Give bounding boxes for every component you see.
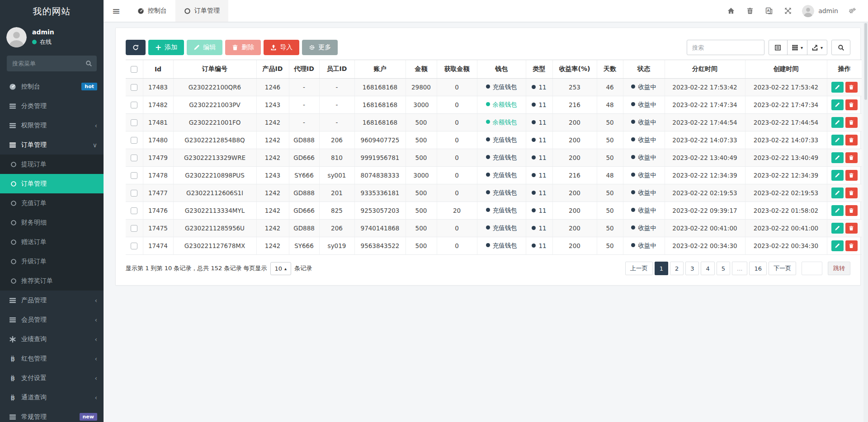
- row-delete-button[interactable]: [845, 223, 858, 234]
- sidebar-subitem-label: 提现订单: [21, 160, 47, 169]
- row-edit-button[interactable]: [831, 240, 844, 251]
- row-delete-button[interactable]: [845, 188, 858, 198]
- pencil-icon: [835, 137, 840, 143]
- row-checkbox[interactable]: [131, 119, 137, 126]
- row-edit-button[interactable]: [831, 152, 844, 163]
- amount-cell: 500: [406, 220, 437, 237]
- delete-button[interactable]: 删除: [225, 40, 261, 55]
- row-delete-button[interactable]: [845, 205, 858, 216]
- row-checkbox[interactable]: [131, 172, 137, 179]
- row-delete-button[interactable]: [845, 99, 858, 110]
- edit-button[interactable]: 编辑: [187, 40, 222, 55]
- row-edit-button[interactable]: [831, 188, 844, 198]
- sidebar-item-payment[interactable]: B支付设置‹: [0, 368, 104, 388]
- obtained-cell: 0: [437, 96, 477, 114]
- sidebar-item-redpacket[interactable]: B红包管理‹: [0, 349, 104, 368]
- row-checkbox[interactable]: [131, 190, 137, 197]
- sidebar-item-category[interactable]: 分类管理: [0, 96, 104, 116]
- sidebar-subitem-referral-orders[interactable]: 推荐奖订单: [0, 271, 104, 291]
- page-button-2[interactable]: 2: [670, 262, 684, 275]
- sidebar-item-dashboard[interactable]: 控制台hot: [0, 77, 104, 96]
- scrollbar-thumb[interactable]: [864, 23, 867, 100]
- account-cell: 9991956781: [354, 149, 406, 167]
- actions-cell: [827, 131, 862, 149]
- row-edit-button[interactable]: [831, 170, 844, 181]
- columns-button[interactable]: ▾: [787, 40, 807, 55]
- detail-view-button[interactable]: [769, 40, 788, 55]
- row-edit-button[interactable]: [831, 117, 844, 128]
- clear-cache-button[interactable]: [741, 0, 760, 22]
- sidebar-item-performance[interactable]: 业绩查询‹: [0, 329, 104, 349]
- dividend-time-cell: 2023-02-22 02:19:53: [665, 184, 745, 202]
- row-checkbox[interactable]: [131, 155, 137, 161]
- table-body: 17483G230222100QR61246--168168168298000充…: [126, 79, 862, 255]
- page-button-3[interactable]: 3: [685, 262, 699, 275]
- language-button[interactable]: A: [760, 0, 778, 22]
- search-button[interactable]: [831, 40, 850, 55]
- sidebar-item-channel[interactable]: B通道查询‹: [0, 388, 104, 407]
- sidebar-toggle-button[interactable]: ≡: [104, 0, 129, 22]
- sidebar-subitem-upgrade-orders[interactable]: 升级订单: [0, 252, 104, 271]
- home-button[interactable]: [722, 0, 741, 22]
- row-checkbox[interactable]: [131, 84, 137, 91]
- jump-button[interactable]: 跳转: [828, 262, 850, 275]
- account-cell: 9740141868: [354, 220, 406, 237]
- sidebar-item-member[interactable]: 会员管理‹: [0, 310, 104, 329]
- tab-console[interactable]: 控制台: [129, 0, 175, 22]
- type-cell: 11: [526, 167, 552, 184]
- status-dot-icon: [631, 225, 635, 230]
- row-edit-button[interactable]: [831, 223, 844, 234]
- row-edit-button[interactable]: [831, 135, 844, 145]
- page-size-select[interactable]: 10 ▴: [270, 262, 292, 275]
- row-checkbox[interactable]: [131, 102, 137, 108]
- sidebar-subitem-gift-orders[interactable]: 赠送订单: [0, 232, 104, 252]
- user-menu[interactable]: admin: [797, 5, 843, 17]
- tab-order-management[interactable]: 订单管理: [175, 0, 228, 22]
- select-all-checkbox[interactable]: [131, 66, 137, 73]
- table-row: 17474G230221127678MX1242SY666sy019956384…: [126, 237, 862, 255]
- table-search-input[interactable]: [687, 40, 764, 55]
- amount-cell: 500: [406, 202, 437, 220]
- prev-page-button[interactable]: 上一页: [625, 262, 653, 275]
- sidebar-subitem-finance-detail[interactable]: 财务明细: [0, 213, 104, 232]
- add-button[interactable]: +添加: [148, 40, 184, 55]
- sidebar-item-permission[interactable]: 权限管理‹: [0, 116, 104, 135]
- sidebar-subitem-withdraw-orders[interactable]: 提现订单: [0, 155, 104, 174]
- sidebar-item-orders[interactable]: 订单管理∨: [0, 135, 104, 155]
- row-checkbox[interactable]: [131, 243, 137, 249]
- settings-button[interactable]: [843, 0, 862, 22]
- row-delete-button[interactable]: [845, 135, 858, 145]
- sidebar-item-product[interactable]: 产品管理‹: [0, 291, 104, 310]
- row-edit-button[interactable]: [831, 82, 844, 93]
- row-delete-button[interactable]: [845, 152, 858, 163]
- row-delete-button[interactable]: [845, 117, 858, 128]
- import-button[interactable]: 导入: [264, 40, 299, 55]
- dividend-time-cell: 2023-02-22 12:34:39: [665, 167, 745, 184]
- row-checkbox[interactable]: [131, 137, 137, 144]
- export-button[interactable]: ▾: [807, 40, 827, 55]
- row-delete-button[interactable]: [845, 170, 858, 181]
- menu-search-input[interactable]: [7, 56, 97, 71]
- sidebar-subitem-order-management[interactable]: 订单管理: [0, 174, 104, 193]
- row-checkbox[interactable]: [131, 207, 137, 214]
- page-button-4[interactable]: 4: [701, 262, 714, 275]
- sidebar-item-general[interactable]: 常规管理new: [0, 407, 104, 422]
- scrollbar[interactable]: [863, 22, 868, 422]
- fullscreen-button[interactable]: [778, 0, 797, 22]
- page-button-16[interactable]: 16: [749, 262, 767, 275]
- row-edit-button[interactable]: [831, 205, 844, 216]
- row-edit-button[interactable]: [831, 99, 844, 110]
- row-delete-button[interactable]: [845, 240, 858, 251]
- page-button-1[interactable]: 1: [655, 262, 668, 275]
- rate-cell: 200: [552, 131, 597, 149]
- sidebar-subitem-recharge-orders[interactable]: 充值订单: [0, 193, 104, 213]
- days-cell: 50: [597, 237, 623, 255]
- page-button-5[interactable]: 5: [717, 262, 730, 275]
- id-cell: 17474: [143, 237, 173, 255]
- jump-page-input[interactable]: [802, 262, 822, 275]
- row-checkbox[interactable]: [131, 225, 137, 232]
- next-page-button[interactable]: 下一页: [769, 262, 796, 275]
- row-delete-button[interactable]: [845, 82, 858, 93]
- refresh-button[interactable]: [126, 40, 146, 55]
- more-button[interactable]: 更多: [302, 40, 338, 55]
